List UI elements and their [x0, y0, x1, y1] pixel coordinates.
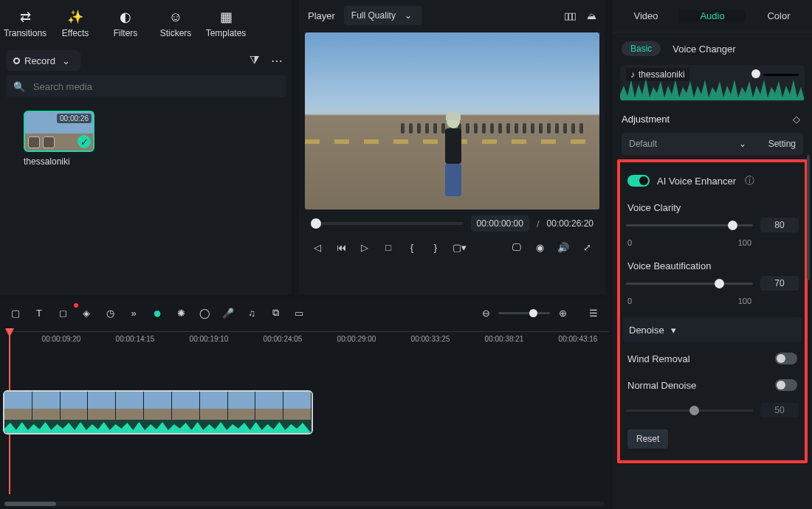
- subtab-basic[interactable]: Basic: [622, 41, 661, 56]
- wave-knob[interactable]: [751, 69, 760, 78]
- record-label: Record: [24, 55, 55, 66]
- music-note-icon: ♪: [630, 69, 635, 80]
- tab-video[interactable]: Video: [613, 10, 679, 21]
- transitions-tab[interactable]: ⇄Transitions: [4, 4, 46, 43]
- search-field[interactable]: [32, 80, 278, 93]
- voice-beautification-slider[interactable]: 70: [626, 276, 799, 291]
- crop-tool-icon[interactable]: ◻: [56, 306, 69, 319]
- transitions-icon: ⇄: [17, 9, 33, 25]
- denoise-header[interactable]: Denoise ▾: [629, 323, 680, 336]
- stop-icon[interactable]: □: [382, 240, 395, 254]
- mark-in-icon[interactable]: {: [405, 240, 419, 254]
- snapshot-icon[interactable]: ⛰: [585, 9, 598, 22]
- highlight-box: AI Voice Enhancer ⓘ Voice Clarity 80 010…: [617, 159, 808, 463]
- audio-waveform[interactable]: ♪thessaloniki: [620, 65, 805, 102]
- ai-voice-enhancer-toggle[interactable]: [627, 175, 650, 187]
- voice-clarity-slider[interactable]: 80: [626, 218, 799, 232]
- clip-audio-label: ♪thessaloniki: [626, 68, 689, 81]
- wave-track[interactable]: [763, 74, 799, 76]
- normal-denoise-value: 50: [760, 403, 799, 418]
- more-icon[interactable]: ⋯: [268, 54, 286, 68]
- templates-icon: ▦: [218, 9, 234, 25]
- timeline-ruler[interactable]: 00:00:09:20 00:00:14:15 00:00:19:10 00:0…: [6, 331, 609, 349]
- ruler-tick: 00:00:33:25: [411, 335, 450, 343]
- preset-value: Default: [629, 139, 657, 149]
- tab-audio[interactable]: Audio: [679, 10, 746, 21]
- media-frame: 00:00:26 ✓: [24, 111, 94, 152]
- subtab-voice-changer[interactable]: Voice Changer: [672, 44, 735, 55]
- normal-denoise-label: Normal Denoise: [627, 380, 696, 391]
- crop-icon[interactable]: ▢: [9, 306, 22, 319]
- effects-tab[interactable]: ✨Effects: [55, 4, 96, 43]
- seek-slider[interactable]: [311, 222, 464, 225]
- time-sep: /: [537, 218, 540, 229]
- normal-denoise-toggle[interactable]: [775, 379, 797, 391]
- ratio-icon[interactable]: ▢▾: [453, 240, 466, 254]
- marker-icon[interactable]: ◯: [198, 306, 211, 319]
- total-time: 00:00:26:20: [547, 218, 593, 229]
- filters-icon: ◐: [117, 9, 134, 25]
- setting-button[interactable]: Setting: [768, 139, 796, 149]
- effect-tool-icon[interactable]: ✺: [174, 306, 187, 319]
- speed-icon[interactable]: ◷: [103, 306, 117, 319]
- color-tool-icon[interactable]: ◈: [80, 306, 93, 319]
- side-scr_scrollbar[interactable]: [807, 155, 810, 280]
- help-icon[interactable]: ⓘ: [743, 174, 757, 187]
- play-icon[interactable]: ▷: [358, 240, 371, 254]
- preview-viewport[interactable]: [305, 32, 599, 210]
- record-icon: [13, 58, 20, 64]
- voice-clarity-label: Voice Clarity: [625, 195, 800, 213]
- ruler-tick: 00:00:19:10: [190, 335, 229, 343]
- ai-tool-icon[interactable]: ●: [151, 306, 164, 319]
- filters-label: Filters: [114, 28, 138, 38]
- voice-clarity-value[interactable]: 80: [760, 218, 799, 232]
- zoom-out-icon[interactable]: ⊖: [479, 306, 492, 319]
- prev-frame-icon[interactable]: ◁: [311, 240, 324, 254]
- media-thumbnail[interactable]: 00:00:26 ✓ thessaloniki: [24, 111, 97, 167]
- volume-icon[interactable]: 🔊: [557, 240, 570, 254]
- player-title: Player: [308, 10, 335, 21]
- quality-label: Full Quality: [351, 10, 396, 21]
- list-view-icon[interactable]: ☰: [587, 306, 600, 319]
- wind-removal-toggle[interactable]: [775, 353, 797, 364]
- preset-select[interactable]: Default ⌄ Setting: [622, 133, 803, 155]
- filter-icon[interactable]: ⧩: [247, 54, 262, 68]
- compare-icon[interactable]: ▯▯▯: [562, 9, 576, 22]
- search-input[interactable]: 🔍: [6, 75, 286, 97]
- voice-beautification-value[interactable]: 70: [760, 276, 799, 291]
- caret-down-icon: ▾: [667, 323, 680, 336]
- notification-dot-icon: [74, 303, 78, 308]
- mark-out-icon[interactable]: }: [429, 240, 442, 254]
- seek-knob[interactable]: [311, 218, 321, 229]
- timeline-scrollbar[interactable]: [4, 502, 605, 506]
- search-icon: 🔍: [13, 80, 26, 93]
- tab-color[interactable]: Color: [746, 10, 812, 21]
- timeline-scroll-thumb[interactable]: [4, 502, 56, 506]
- ruler-tick: 00:00:43:16: [559, 335, 598, 343]
- filters-tab[interactable]: ◐Filters: [105, 4, 146, 43]
- camera-icon[interactable]: ◉: [533, 240, 546, 254]
- text-icon[interactable]: T: [32, 306, 46, 319]
- stickers-tab[interactable]: ☺Stickers: [155, 4, 196, 43]
- wind-removal-label: Wind Removal: [627, 353, 690, 364]
- audio-tool-icon[interactable]: ♫: [245, 306, 258, 319]
- pip-icon[interactable]: ⧉: [269, 306, 282, 319]
- display-icon[interactable]: 🖵: [509, 240, 523, 254]
- more-tools-icon[interactable]: »: [127, 306, 140, 319]
- ruler-tick: 00:00:24:05: [264, 335, 303, 343]
- ruler-tick: 00:00:09:20: [42, 335, 81, 343]
- caption-icon[interactable]: ▭: [292, 306, 306, 319]
- timeline-clip[interactable]: [3, 390, 313, 434]
- zoom-slider[interactable]: [498, 312, 550, 314]
- fullscreen-icon[interactable]: ⤢: [580, 240, 593, 254]
- normal-denoise-slider[interactable]: 50: [626, 403, 799, 418]
- record-button[interactable]: Record ⌄: [6, 50, 80, 71]
- mic-icon[interactable]: 🎤: [221, 306, 235, 319]
- reset-button[interactable]: Reset: [627, 429, 668, 449]
- effects-label: Effects: [62, 28, 89, 38]
- quality-select[interactable]: Full Quality ⌄: [344, 6, 422, 25]
- templates-tab[interactable]: ▦Templates: [205, 4, 247, 43]
- keyframe-diamond-icon[interactable]: ◇: [790, 112, 803, 125]
- zoom-in-icon[interactable]: ⊕: [556, 306, 569, 319]
- step-back-icon[interactable]: ⏮: [334, 240, 348, 254]
